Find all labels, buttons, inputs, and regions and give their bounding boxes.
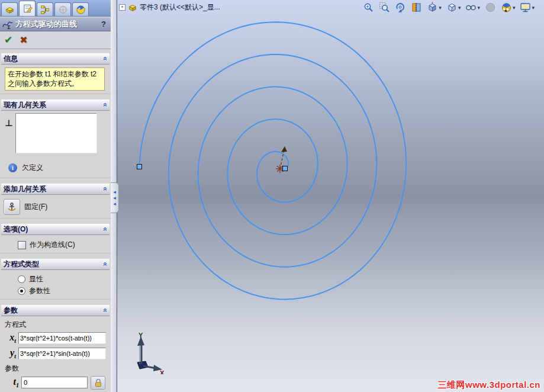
dropdown-arrow-icon[interactable]: ▾ xyxy=(513,5,516,11)
help-button[interactable]: ? xyxy=(99,20,108,28)
ok-button[interactable]: ✔ xyxy=(4,34,12,46)
property-manager-body: 信息 » 在开始参数 t1 和结束参数 t2 之间输入参数方程式。 现有几何关系… xyxy=(0,49,111,392)
triad-x-label: X xyxy=(160,369,165,374)
hide-show-items-icon[interactable]: ▾ xyxy=(465,2,480,13)
dropdown-arrow-icon[interactable]: ▾ xyxy=(477,5,480,11)
tab-properties[interactable] xyxy=(19,1,36,16)
explicit-label[interactable]: 显性 xyxy=(29,274,43,284)
curve-start-point[interactable] xyxy=(282,166,288,171)
graphics-viewport[interactable]: + 零件3 (默认<<默认>_显... ▾▾▾▾▾ Y X 三维网www.3dp… xyxy=(117,0,544,392)
zoom-area-icon[interactable] xyxy=(379,2,390,13)
explicit-radio[interactable] xyxy=(18,275,25,283)
info-message: 在开始参数 t1 和结束参数 t2 之间输入参数方程式。 xyxy=(5,68,105,91)
view-settings-icon[interactable]: ▾ xyxy=(520,2,535,13)
confirm-row: ✔ ✖ xyxy=(0,31,111,49)
svg-text:Σ: Σ xyxy=(8,24,11,30)
headsup-view-toolbar: ▾▾▾▾▾ xyxy=(363,2,535,13)
display-style-icon[interactable]: ▾ xyxy=(446,2,461,13)
equation-type-header[interactable]: 方程式类型 » xyxy=(1,259,110,270)
curve-end-point[interactable] xyxy=(137,164,142,169)
fixed-relation-button[interactable] xyxy=(4,199,20,215)
rotate-view-icon[interactable] xyxy=(395,2,406,13)
apply-scene-icon[interactable] xyxy=(485,2,496,13)
x-equation-input[interactable] xyxy=(18,332,106,344)
collapse-chevron-icon[interactable]: » xyxy=(101,262,110,266)
equation-group-label: 方程式 xyxy=(5,320,108,330)
t1-lock-button[interactable] xyxy=(91,376,105,390)
tab-appearances[interactable] xyxy=(72,2,89,16)
existing-relations-header[interactable]: 现有几何关系 » xyxy=(1,99,110,111)
collapse-chevron-icon[interactable]: » xyxy=(101,309,110,313)
dropdown-arrow-icon[interactable]: ▾ xyxy=(532,5,535,11)
property-manager-title-bar: Σ 方程式驱动的曲线 ? xyxy=(0,17,111,31)
part-icon xyxy=(128,4,137,12)
y-of-t-label: yt xyxy=(4,348,16,359)
collapse-chevron-icon[interactable]: » xyxy=(101,103,110,107)
collapse-chevron-icon[interactable]: » xyxy=(101,227,110,232)
collapse-chevron-icon[interactable]: » xyxy=(101,187,110,191)
tab-features[interactable] xyxy=(1,2,18,16)
tree-item-part[interactable]: 零件3 (默认<<默认>_显... xyxy=(140,2,220,12)
dropdown-arrow-icon[interactable]: ▾ xyxy=(439,5,442,11)
y-equation-input[interactable] xyxy=(18,348,106,359)
parametric-radio[interactable] xyxy=(18,287,25,295)
splitter-collapse-handle[interactable]: ◂ ◂ ◂ xyxy=(111,182,119,213)
definition-status: 欠定义 xyxy=(22,163,43,173)
dropdown-arrow-icon[interactable]: ▾ xyxy=(458,5,461,11)
collapse-left-icon: ◂ xyxy=(113,201,116,207)
cancel-button[interactable]: ✖ xyxy=(20,34,27,46)
section-info: 信息 » 在开始参数 t1 和结束参数 t2 之间输入参数方程式。 xyxy=(0,53,111,94)
add-relations-header[interactable]: 添加几何关系 » xyxy=(1,184,110,195)
info-icon: i xyxy=(8,163,17,172)
collapse-left-icon: ◂ xyxy=(113,195,116,201)
section-add-relations: 添加几何关系 » 固定(F) xyxy=(0,184,111,219)
relations-icon: ⊥ xyxy=(2,118,15,128)
collapse-chevron-icon[interactable]: » xyxy=(101,57,110,61)
triad-y-label: Y xyxy=(139,332,143,339)
solidworks-window: Σ 方程式驱动的曲线 ? ✔ ✖ 信息 » 在开始参数 t1 和结束参数 t2 … xyxy=(0,0,544,392)
options-header[interactable]: 选项(O) » xyxy=(1,224,110,235)
relations-listbox[interactable] xyxy=(15,113,97,153)
section-parameters: 参数 » 方程式 xt yt 参数 t1 xyxy=(0,305,111,392)
collapse-left-icon: ◂ xyxy=(113,189,116,195)
property-manager-panel: Σ 方程式驱动的曲线 ? ✔ ✖ 信息 » 在开始参数 t1 和结束参数 t2 … xyxy=(0,0,111,392)
fixed-relation-label[interactable]: 固定(F) xyxy=(24,202,47,212)
edit-appearance-icon[interactable]: ▾ xyxy=(501,2,516,13)
t1-input[interactable] xyxy=(21,377,88,388)
x-of-t-label: xt xyxy=(4,332,16,344)
spiral-curve[interactable] xyxy=(139,22,406,299)
property-manager-tabs xyxy=(0,0,111,17)
parameters-group-label: 参数 xyxy=(5,364,108,374)
tab-dimxpert[interactable] xyxy=(54,2,71,16)
tree-expand-icon[interactable]: + xyxy=(119,4,125,11)
section-options: 选项(O) » 作为构造线(C) xyxy=(0,224,111,253)
parameters-header[interactable]: 参数 » xyxy=(1,305,110,316)
t1-label: t1 xyxy=(4,377,19,388)
coordinate-triad: Y X xyxy=(131,332,166,374)
tab-configurations[interactable] xyxy=(37,2,53,16)
section-view-icon[interactable] xyxy=(411,2,422,13)
equation-curve-icon: Σ xyxy=(2,20,14,29)
watermark: 三维网www.3dportal.cn xyxy=(438,380,540,391)
construction-line-checkbox[interactable] xyxy=(18,241,26,249)
section-existing-relations: 现有几何关系 » ⊥ i 欠定义 xyxy=(0,99,111,178)
view-orientation-icon[interactable]: ▾ xyxy=(427,2,442,13)
construction-line-label[interactable]: 作为构造线(C) xyxy=(30,240,75,250)
panel-splitter[interactable]: ◂ ◂ ◂ xyxy=(111,0,117,392)
section-equation-type: 方程式类型 » 显性 参数性 xyxy=(0,259,111,300)
page-title: 方程式驱动的曲线 xyxy=(15,19,99,30)
zoom-fit-icon[interactable] xyxy=(363,2,374,13)
parametric-label[interactable]: 参数性 xyxy=(29,286,50,296)
info-header[interactable]: 信息 » xyxy=(1,53,110,65)
sketch-canvas xyxy=(117,0,544,392)
feature-tree-flyout: + 零件3 (默认<<默认>_显... xyxy=(119,2,220,12)
